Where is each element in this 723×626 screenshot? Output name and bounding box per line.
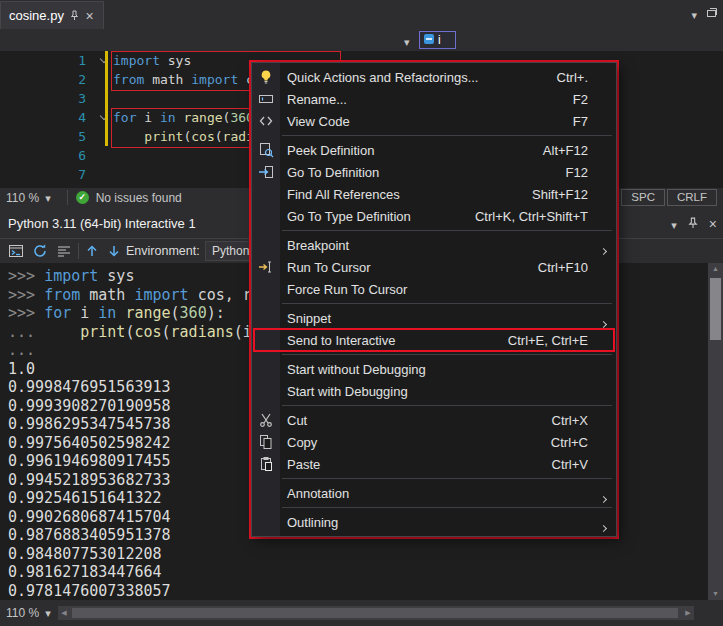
menu-item-shortcut: Ctrl+K, Ctrl+Shift+T <box>475 209 616 224</box>
menu-item-force-run-to-cursor[interactable]: Force Run To Cursor <box>252 278 616 300</box>
pin-icon[interactable] <box>687 217 699 232</box>
close-icon[interactable] <box>82 8 97 23</box>
interactive-zoom-value: 110 % <box>6 606 39 620</box>
float-window-icon[interactable] <box>705 6 719 23</box>
menu-item-shortcut: Ctrl+X <box>552 413 616 428</box>
zoom-chevron-icon[interactable] <box>45 191 51 205</box>
editor-zoom-value: 110 % <box>6 191 39 205</box>
line-ending-indicator[interactable]: CRLF <box>667 189 717 206</box>
fold-spacer <box>94 89 113 108</box>
reset-icon[interactable] <box>32 243 48 259</box>
clear-screen-icon[interactable] <box>56 243 72 259</box>
code-token: >>> <box>8 286 44 304</box>
code-token: in <box>98 304 116 322</box>
menu-item-go-to-type-definition[interactable]: Go To Type DefinitionCtrl+K, Ctrl+Shift+… <box>252 205 616 227</box>
menu-item-start-without-debugging[interactable]: Start without Debugging <box>252 358 616 380</box>
interactive-status-bar: 110 % <box>0 600 723 626</box>
issues-check-icon[interactable] <box>76 191 89 204</box>
menu-item-label: Peek Definition <box>280 143 543 158</box>
code-text: import sys <box>113 51 191 70</box>
code-token: 1.0 <box>8 360 35 378</box>
menu-item-view-code[interactable]: View CodeF7 <box>252 110 616 132</box>
menu-item-breakpoint[interactable]: Breakpoint <box>252 234 616 256</box>
code-token: ... <box>8 341 35 359</box>
toolbar-separator <box>78 243 79 259</box>
paste-icon <box>252 456 280 472</box>
code-token: print <box>144 129 183 144</box>
menu-item-annotation[interactable]: Annotation <box>252 482 616 504</box>
menu-separator <box>282 405 612 406</box>
menu-item-label: Rename... <box>280 92 573 107</box>
tab-list-chevron-icon[interactable] <box>691 7 697 22</box>
code-token: ( <box>215 129 223 144</box>
tab-title: cosine.py <box>9 8 67 23</box>
menu-item-paste[interactable]: PasteCtrl+V <box>252 453 616 475</box>
menu-item-cut[interactable]: CutCtrl+X <box>252 409 616 431</box>
tab-cosine-py[interactable]: cosine.py <box>0 1 104 29</box>
menu-item-send-to-interactive[interactable]: Send to InteractiveCtrl+E, Ctrl+E <box>252 329 616 351</box>
code-token: range <box>125 304 170 322</box>
code-token <box>44 323 80 341</box>
code-token: 0.9998476951563913 <box>8 378 171 396</box>
submenu-arrow-icon <box>601 490 606 505</box>
menu-item-shortcut: Ctrl+. <box>557 70 616 85</box>
code-token: radians <box>171 323 234 341</box>
scroll-down-icon[interactable] <box>708 588 723 600</box>
menu-separator <box>282 230 612 231</box>
menu-item-label: Cut <box>280 413 552 428</box>
editor-zoom-control[interactable]: 110 % <box>0 191 59 205</box>
menu-item-go-to-definition[interactable]: Go To DefinitionF12 <box>252 161 616 183</box>
interactive-zoom-control[interactable]: 110 % <box>6 606 51 620</box>
scroll-up-icon[interactable] <box>708 263 723 275</box>
line-number: 3 <box>0 89 94 108</box>
scope-combobox[interactable]: i <box>419 31 456 49</box>
scrollbar-thumb[interactable] <box>710 278 721 340</box>
menu-item-quick-actions-and-refactorings[interactable]: Quick Actions and Refactorings...Ctrl+. <box>252 66 616 88</box>
close-icon[interactable] <box>709 217 717 232</box>
code-token: sys <box>98 267 134 285</box>
scrollbar-thumb[interactable] <box>72 608 678 618</box>
menu-item-shortcut: Shift+F12 <box>532 187 616 202</box>
menu-separator <box>282 507 612 508</box>
run-to-cursor-icon <box>252 259 280 275</box>
code-token: cos <box>191 129 214 144</box>
interactive-window-icon[interactable] <box>8 243 24 259</box>
space-indicator[interactable]: SPC <box>621 189 665 206</box>
code-token: print <box>80 323 125 341</box>
history-previous-icon[interactable] <box>84 243 100 259</box>
code-token: 0.9975640502598242 <box>8 434 171 452</box>
code-token: >>> <box>8 304 44 322</box>
fold-chevron-icon[interactable] <box>94 108 113 127</box>
nav-dropdown-chevron-icon[interactable] <box>404 34 410 49</box>
menu-item-copy[interactable]: CopyCtrl+C <box>252 431 616 453</box>
menu-item-start-with-debugging[interactable]: Start with Debugging <box>252 380 616 402</box>
pin-icon[interactable] <box>67 8 82 23</box>
code-token: import <box>191 72 238 87</box>
window-menu-chevron-icon[interactable] <box>671 217 677 232</box>
view-code-icon <box>252 113 280 129</box>
code-token: i <box>71 304 98 322</box>
code-token: 0.9986295347545738 <box>8 415 171 433</box>
menu-item-label: Go To Type Definition <box>280 209 475 224</box>
menu-item-outlining[interactable]: Outlining <box>252 511 616 533</box>
fold-spacer <box>94 146 113 165</box>
menu-item-peek-definition[interactable]: Peek DefinitionAlt+F12 <box>252 139 616 161</box>
zoom-chevron-icon[interactable] <box>45 606 51 620</box>
menu-item-find-all-references[interactable]: Find All ReferencesShift+F12 <box>252 183 616 205</box>
line-number: 2 <box>0 70 94 89</box>
code-token: 0.984807753012208 <box>8 545 162 563</box>
menu-item-run-to-cursor[interactable]: Run To CursorCtrl+F10 <box>252 256 616 278</box>
code-token: 0.981627183447664 <box>8 563 162 581</box>
history-next-icon[interactable] <box>106 243 122 259</box>
code-token: 360 <box>180 304 207 322</box>
code-token: for <box>44 304 71 322</box>
fold-chevron-icon[interactable] <box>94 51 113 70</box>
menu-item-rename[interactable]: Rename...F2 <box>252 88 616 110</box>
menu-item-shortcut: Ctrl+F10 <box>538 260 616 275</box>
scroll-right-icon[interactable] <box>682 606 694 620</box>
horizontal-scrollbar[interactable] <box>58 606 694 620</box>
vertical-scrollbar[interactable] <box>708 263 723 600</box>
scroll-left-icon[interactable] <box>58 606 70 620</box>
scope-value: i <box>438 33 441 47</box>
menu-item-snippet[interactable]: Snippet <box>252 307 616 329</box>
